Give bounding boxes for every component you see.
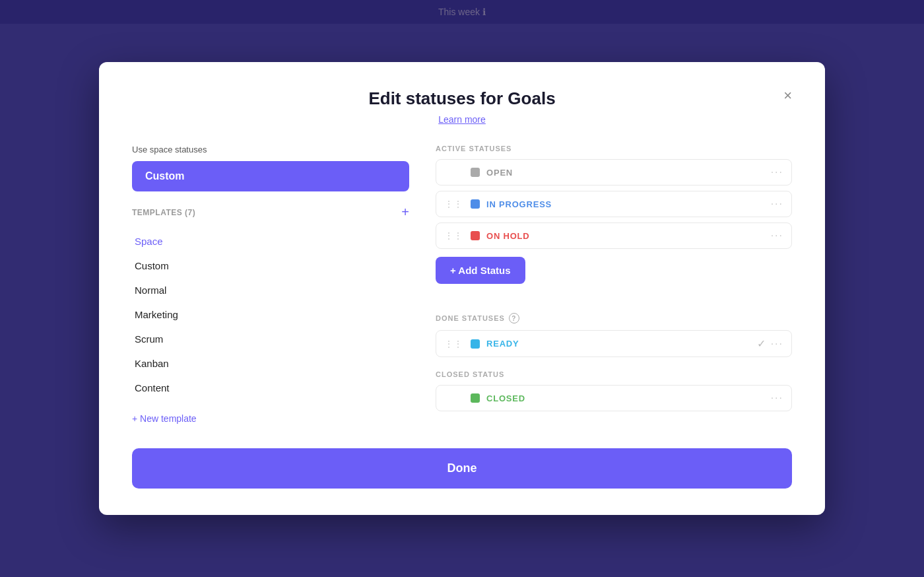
status-name-open: OPEN <box>486 168 764 178</box>
close-button[interactable]: × <box>783 88 792 103</box>
modal-header: Edit statuses for Goals Learn more × <box>132 88 792 125</box>
templates-label: TEMPLATES (7) <box>132 208 195 217</box>
status-actions-closed: ··· <box>771 392 783 404</box>
modal-title: Edit statuses for Goals <box>132 88 792 109</box>
status-row-in-progress: ⋮⋮ IN PROGRESS ··· <box>436 191 792 217</box>
template-item-custom[interactable]: Custom <box>132 254 409 278</box>
status-actions-in-progress: ··· <box>771 198 783 210</box>
status-dot-in-progress <box>471 199 480 209</box>
templates-add-icon[interactable]: + <box>401 205 409 220</box>
status-row-open: ⋮⋮ OPEN ··· <box>436 159 792 186</box>
status-dot-ready <box>471 339 480 349</box>
new-template-link[interactable]: + New template <box>132 413 197 424</box>
templates-row: TEMPLATES (7) + <box>132 201 409 224</box>
drag-handle-on-hold[interactable]: ⋮⋮ <box>444 230 463 241</box>
add-status-button[interactable]: + Add Status <box>436 257 525 284</box>
status-actions-ready: ✓ ··· <box>757 337 783 350</box>
status-name-in-progress: IN PROGRESS <box>486 199 764 209</box>
done-statuses-label: DONE STATUSES ? <box>436 313 792 323</box>
left-panel: Use space statuses Custom TEMPLATES (7) … <box>132 145 409 424</box>
closed-more-button[interactable]: ··· <box>771 392 783 404</box>
drag-handle-ready[interactable]: ⋮⋮ <box>444 339 463 349</box>
on-hold-more-button[interactable]: ··· <box>771 230 783 242</box>
status-name-ready: READY <box>486 339 750 349</box>
custom-active-button[interactable]: Custom <box>132 161 409 191</box>
status-row-ready: ⋮⋮ READY ✓ ··· <box>436 330 792 357</box>
learn-more-link[interactable]: Learn more <box>132 114 792 125</box>
right-panel: ACTIVE STATUSES ⋮⋮ OPEN ··· ⋮⋮ IN PROGRE… <box>436 145 792 424</box>
status-name-on-hold: ON HOLD <box>486 231 764 241</box>
template-item-content[interactable]: Content <box>132 376 409 400</box>
modal-dialog: Edit statuses for Goals Learn more × Use… <box>99 62 825 515</box>
status-dot-on-hold <box>471 231 480 240</box>
use-space-label: Use space statuses <box>132 145 409 154</box>
active-statuses-label: ACTIVE STATUSES <box>436 145 792 153</box>
drag-handle-in-progress[interactable]: ⋮⋮ <box>444 199 463 209</box>
in-progress-more-button[interactable]: ··· <box>771 198 783 210</box>
template-item-scrum[interactable]: Scrum <box>132 327 409 351</box>
status-name-closed: CLOSED <box>486 393 764 403</box>
status-actions-open: ··· <box>771 166 783 178</box>
template-item-marketing[interactable]: Marketing <box>132 302 409 327</box>
ready-check-icon: ✓ <box>757 337 766 350</box>
template-item-kanban[interactable]: Kanban <box>132 351 409 376</box>
status-row-on-hold: ⋮⋮ ON HOLD ··· <box>436 222 792 249</box>
status-row-closed: ⋮⋮ CLOSED ··· <box>436 385 792 411</box>
closed-status-label: CLOSED STATUS <box>436 370 792 378</box>
status-actions-on-hold: ··· <box>771 230 783 242</box>
ready-more-button[interactable]: ··· <box>771 338 783 350</box>
template-item-normal[interactable]: Normal <box>132 278 409 302</box>
template-list: Space Custom Normal Marketing Scrum Kanb… <box>132 229 409 400</box>
done-button[interactable]: Done <box>132 448 792 489</box>
status-dot-open <box>471 168 480 177</box>
modal-body: Use space statuses Custom TEMPLATES (7) … <box>132 145 792 424</box>
done-help-icon[interactable]: ? <box>509 313 519 323</box>
status-dot-closed <box>471 393 480 403</box>
template-item-space[interactable]: Space <box>132 229 409 254</box>
open-more-button[interactable]: ··· <box>771 166 783 178</box>
